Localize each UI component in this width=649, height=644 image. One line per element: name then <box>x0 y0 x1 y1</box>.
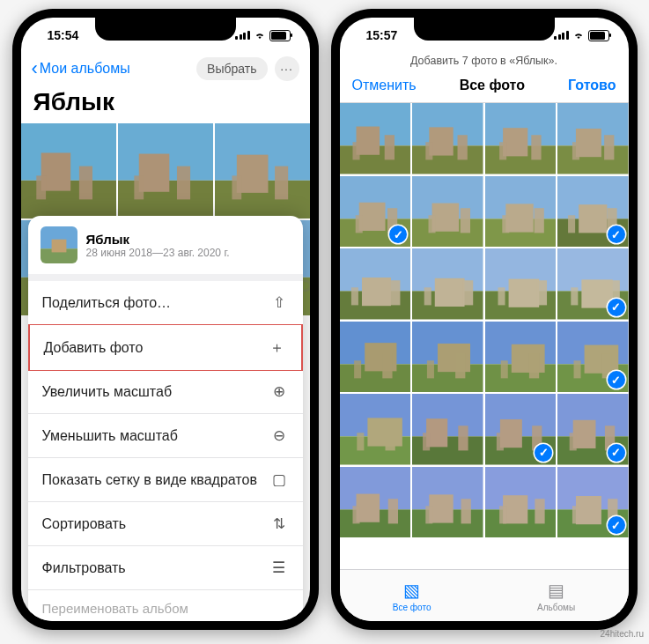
svg-rect-91 <box>571 287 578 305</box>
svg-rect-140 <box>429 494 453 522</box>
album-title: Яблык <box>21 85 310 123</box>
svg-rect-8 <box>134 175 144 199</box>
battery-icon <box>269 30 291 41</box>
tab-all-photos[interactable]: ▧ Все фото <box>393 580 431 612</box>
picker-thumb[interactable] <box>412 467 483 538</box>
svg-rect-37 <box>384 135 394 159</box>
picker-thumb[interactable] <box>485 103 557 174</box>
svg-rect-70 <box>579 204 607 233</box>
picker-thumb[interactable] <box>557 248 629 320</box>
svg-rect-9 <box>176 167 189 200</box>
wifi-icon <box>572 31 585 40</box>
picker-thumb[interactable] <box>340 394 411 465</box>
picker-thumb[interactable] <box>340 467 411 538</box>
picker-thumb[interactable] <box>557 103 629 174</box>
picker-thumb[interactable] <box>412 103 483 174</box>
picker-nav-title: Все фото <box>460 78 525 93</box>
screen-left: 15:54 ‹ Мои альбомы Выбрать ··· Яблык <box>21 18 310 621</box>
back-button[interactable]: ‹ Мои альбомы <box>32 59 130 78</box>
svg-rect-107 <box>528 353 538 378</box>
sheet-item-zoom-out[interactable]: Уменьшить масштаб ⊖ <box>28 414 303 458</box>
picker-title: Добавить 7 фото в «Яблык». <box>340 53 629 72</box>
sheet-item-share[interactable]: Поделиться фото… ⇧ <box>28 281 303 325</box>
svg-rect-116 <box>357 433 364 450</box>
screen-right: 15:57 Добавить 7 фото в «Яблык». Отменит… <box>340 18 629 621</box>
tab-albums[interactable]: ▤ Альбомы <box>537 580 575 612</box>
grid-icon: ▢ <box>269 470 289 489</box>
rename-album-row[interactable]: Переименовать альбом <box>28 590 303 621</box>
sheet-item-plus[interactable]: Добавить фото ＋ <box>28 324 303 371</box>
picker-thumb[interactable] <box>557 176 629 248</box>
svg-rect-52 <box>604 135 614 159</box>
picker-thumb[interactable] <box>412 248 483 320</box>
status-time: 15:57 <box>366 28 398 42</box>
svg-rect-110 <box>585 344 619 373</box>
zoom-in-icon: ⊕ <box>269 382 289 401</box>
picker-thumb[interactable] <box>412 322 483 393</box>
svg-rect-46 <box>499 142 506 159</box>
album-thumb[interactable] <box>21 123 116 218</box>
select-button[interactable]: Выбрать <box>196 57 267 80</box>
filter-icon: ☰ <box>269 559 289 577</box>
picker-thumb[interactable] <box>485 322 557 393</box>
svg-rect-126 <box>496 433 503 450</box>
picker-thumb[interactable] <box>557 322 629 393</box>
check-icon <box>608 516 625 534</box>
sheet-item-label: Показать сетку в виде квадратов <box>42 472 257 488</box>
svg-rect-111 <box>574 360 581 378</box>
svg-rect-13 <box>232 175 241 199</box>
picker-thumb[interactable] <box>340 322 411 393</box>
picker-thumb[interactable] <box>485 176 557 248</box>
svg-rect-80 <box>435 278 465 307</box>
picker-thumb[interactable] <box>412 176 483 248</box>
svg-rect-101 <box>427 360 434 378</box>
done-button[interactable]: Готово <box>568 78 616 93</box>
picker-thumb[interactable] <box>485 248 557 320</box>
phone-right: 15:57 Добавить 7 фото в «Яблык». Отменит… <box>331 9 638 630</box>
picker-thumb[interactable] <box>485 467 557 538</box>
svg-rect-75 <box>361 278 390 306</box>
sheet-title: Яблык <box>86 232 230 247</box>
svg-rect-76 <box>350 287 358 305</box>
cancel-button[interactable]: Отменить <box>352 78 417 93</box>
svg-rect-145 <box>503 495 527 523</box>
picker-thumb[interactable] <box>340 176 411 248</box>
picker-grid-scroll[interactable] <box>340 103 629 569</box>
sheet-item-label: Фильтровать <box>42 560 126 576</box>
picker-thumb[interactable] <box>485 394 557 465</box>
svg-rect-36 <box>352 142 359 159</box>
svg-rect-14 <box>275 167 288 200</box>
tab-label: Альбомы <box>537 603 575 612</box>
album-thumb[interactable] <box>215 123 310 218</box>
sheet-body: Поделиться фото… ⇧Добавить фото ＋Увеличи… <box>28 274 303 590</box>
picker-thumb[interactable] <box>412 394 483 465</box>
page-watermark: 24hitech.ru <box>601 629 644 639</box>
svg-rect-97 <box>382 353 392 378</box>
sheet-item-filter[interactable]: Фильтровать ☰ <box>28 546 303 590</box>
svg-rect-142 <box>461 499 471 523</box>
sheet-item-sort[interactable]: Сортировать ⇅ <box>28 502 303 546</box>
svg-rect-60 <box>432 203 460 231</box>
svg-rect-77 <box>390 280 400 305</box>
svg-rect-122 <box>458 426 468 450</box>
svg-rect-141 <box>425 506 432 523</box>
picker-thumb[interactable] <box>557 394 629 465</box>
wifi-icon <box>254 31 266 40</box>
svg-rect-66 <box>502 215 509 233</box>
svg-rect-56 <box>355 215 362 233</box>
svg-rect-81 <box>424 287 431 305</box>
check-icon <box>608 299 625 316</box>
sheet-item-grid[interactable]: Показать сетку в виде квадратов ▢ <box>28 458 303 502</box>
more-button[interactable]: ··· <box>275 56 299 81</box>
sheet-subtitle: 28 июня 2018—23 авг. 2020 г. <box>86 247 230 259</box>
svg-rect-51 <box>572 142 579 159</box>
signal-icon <box>235 31 250 40</box>
check-icon <box>608 371 625 389</box>
picker-thumb[interactable] <box>557 467 629 538</box>
sheet-item-zoom-in[interactable]: Увеличить масштаб ⊕ <box>28 370 303 414</box>
album-thumb[interactable] <box>118 123 213 218</box>
sort-icon: ⇅ <box>269 514 289 533</box>
picker-thumb[interactable] <box>340 103 411 174</box>
picker-thumb[interactable] <box>340 248 411 320</box>
svg-rect-105 <box>511 344 544 372</box>
